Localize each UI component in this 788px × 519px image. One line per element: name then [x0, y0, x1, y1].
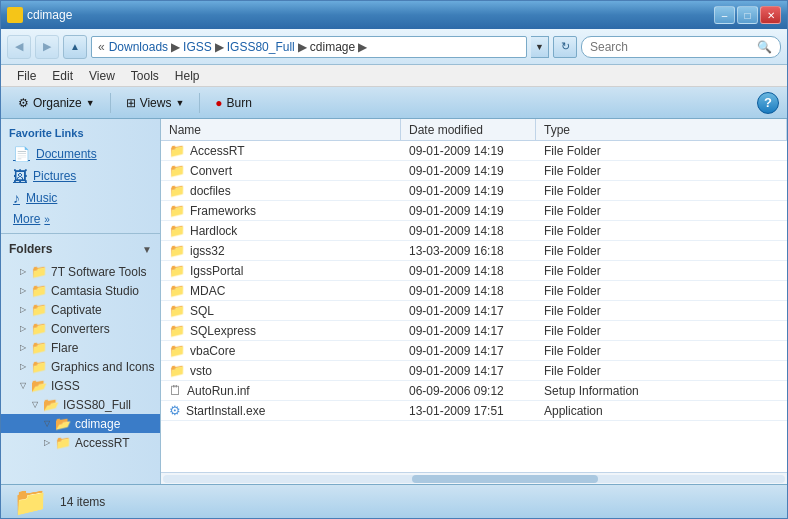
sidebar-link-pictures[interactable]: 🖼 Pictures	[1, 165, 160, 187]
table-row[interactable]: ⚙ StartInstall.exe 13-01-2009 17:51 Appl…	[161, 401, 787, 421]
menu-help[interactable]: Help	[167, 67, 208, 85]
tree-item-igss80full[interactable]: ▽ 📂 IGSS80_Full	[1, 395, 160, 414]
breadcrumb-igss80full[interactable]: IGSS80_Full	[227, 40, 295, 54]
search-icon: 🔍	[757, 40, 772, 54]
address-path[interactable]: « Downloads ▶ IGSS ▶ IGSS80_Full ▶ cdima…	[91, 36, 527, 58]
tree-item-converters[interactable]: ▷ 📁 Converters	[1, 319, 160, 338]
file-name: SQLexpress	[190, 324, 256, 338]
table-row[interactable]: 📁 SQLexpress 09-01-2009 14:17 File Folde…	[161, 321, 787, 341]
address-bar-area: ◀ ▶ ▲ « Downloads ▶ IGSS ▶ IGSS80_Full ▶…	[1, 29, 787, 65]
folder-icon: 📁	[169, 263, 185, 278]
table-row[interactable]: 📁 vsto 09-01-2009 14:17 File Folder	[161, 361, 787, 381]
file-type: File Folder	[536, 204, 787, 218]
breadcrumb-cdimage: cdimage	[310, 40, 355, 54]
file-date: 09-01-2009 14:17	[401, 364, 536, 378]
close-button[interactable]: ✕	[760, 6, 781, 24]
col-header-name[interactable]: Name	[161, 119, 401, 140]
refresh-button[interactable]: ↻	[553, 36, 577, 58]
status-folder-icon: 📁	[13, 488, 48, 516]
views-button[interactable]: ⊞ Views ▼	[117, 92, 194, 114]
table-row[interactable]: 🗒 AutoRun.inf 06-09-2006 09:12 Setup Inf…	[161, 381, 787, 401]
organize-button[interactable]: ⚙ Organize ▼	[9, 92, 104, 114]
file-type: File Folder	[536, 284, 787, 298]
tree-item-camtasia[interactable]: ▷ 📁 Camtasia Studio	[1, 281, 160, 300]
expand-icon[interactable]: ▽	[41, 418, 53, 430]
help-button[interactable]: ?	[757, 92, 779, 114]
col-header-type[interactable]: Type	[536, 119, 787, 140]
sidebar-link-music[interactable]: ♪ Music	[1, 187, 160, 209]
folder-icon: 📁	[169, 363, 185, 378]
expand-icon[interactable]: ▷	[17, 361, 29, 373]
table-row[interactable]: 📁 IgssPortal 09-01-2009 14:18 File Folde…	[161, 261, 787, 281]
folder-icon: 📁	[169, 283, 185, 298]
table-row[interactable]: 📁 docfiles 09-01-2009 14:19 File Folder	[161, 181, 787, 201]
file-list-scroll[interactable]: 📁 AccessRT 09-01-2009 14:19 File Folder …	[161, 141, 787, 472]
table-row[interactable]: 📁 Convert 09-01-2009 14:19 File Folder	[161, 161, 787, 181]
sidebar: Favorite Links 📄 Documents 🖼 Pictures ♪ …	[1, 119, 161, 484]
horizontal-scrollbar[interactable]	[161, 472, 787, 484]
expand-icon[interactable]: ▷	[17, 342, 29, 354]
expand-icon[interactable]: ▷	[41, 437, 53, 449]
menu-file[interactable]: File	[9, 67, 44, 85]
file-type: File Folder	[536, 264, 787, 278]
folders-collapse-icon[interactable]: ▼	[142, 244, 152, 255]
file-name: StartInstall.exe	[186, 404, 265, 418]
table-row[interactable]: 📁 MDAC 09-01-2009 14:18 File Folder	[161, 281, 787, 301]
tree-item-cdimage[interactable]: ▽ 📂 cdimage	[1, 414, 160, 433]
title-bar-icon	[7, 7, 23, 23]
expand-icon[interactable]: ▽	[29, 399, 41, 411]
file-list-header: Name Date modified Type	[161, 119, 787, 141]
table-row[interactable]: 📁 AccessRT 09-01-2009 14:19 File Folder	[161, 141, 787, 161]
tree-item-graphics-icons[interactable]: ▷ 📁 Graphics and Icons	[1, 357, 160, 376]
menu-edit[interactable]: Edit	[44, 67, 81, 85]
expand-icon[interactable]: ▽	[17, 380, 29, 392]
file-date: 13-01-2009 17:51	[401, 404, 536, 418]
table-row[interactable]: 📁 Hardlock 09-01-2009 14:18 File Folder	[161, 221, 787, 241]
file-type: File Folder	[536, 184, 787, 198]
expand-icon[interactable]: ▷	[17, 266, 29, 278]
expand-icon[interactable]: ▷	[17, 304, 29, 316]
breadcrumb-downloads[interactable]: Downloads	[109, 40, 168, 54]
file-name: docfiles	[190, 184, 231, 198]
tree-item-accessrt-sidebar[interactable]: ▷ 📁 AccessRT	[1, 433, 160, 452]
up-button[interactable]: ▲	[63, 35, 87, 59]
toolbar-separator-2	[199, 93, 200, 113]
more-link[interactable]: More »	[1, 209, 160, 229]
tree-item-captivate[interactable]: ▷ 📁 Captivate	[1, 300, 160, 319]
menu-tools[interactable]: Tools	[123, 67, 167, 85]
menu-view[interactable]: View	[81, 67, 123, 85]
file-name: AccessRT	[190, 144, 244, 158]
expand-icon[interactable]: ▷	[17, 285, 29, 297]
forward-button[interactable]: ▶	[35, 35, 59, 59]
folders-section[interactable]: Folders ▼	[1, 238, 160, 260]
table-row[interactable]: 📁 Frameworks 09-01-2009 14:19 File Folde…	[161, 201, 787, 221]
folder-icon: 📁	[31, 340, 47, 355]
folder-icon: 📁	[169, 163, 185, 178]
scrollbar-thumb[interactable]	[412, 475, 599, 483]
scrollbar-track	[163, 475, 785, 483]
folder-icon: 📂	[55, 416, 71, 431]
back-button[interactable]: ◀	[7, 35, 31, 59]
folder-icon: 📂	[31, 378, 47, 393]
breadcrumb-igss[interactable]: IGSS	[183, 40, 212, 54]
col-header-date[interactable]: Date modified	[401, 119, 536, 140]
table-row[interactable]: 📁 igss32 13-03-2009 16:18 File Folder	[161, 241, 787, 261]
tree-item-igss[interactable]: ▽ 📂 IGSS	[1, 376, 160, 395]
sidebar-link-documents[interactable]: 📄 Documents	[1, 143, 160, 165]
expand-icon[interactable]: ▷	[17, 323, 29, 335]
table-row[interactable]: 📁 vbaCore 09-01-2009 14:17 File Folder	[161, 341, 787, 361]
maximize-button[interactable]: □	[737, 6, 758, 24]
folder-icon: 📁	[55, 435, 71, 450]
tree-container[interactable]: ▷ 📁 7T Software Tools ▷ 📁 Camtasia Studi…	[1, 260, 160, 484]
burn-button[interactable]: ● Burn	[206, 92, 261, 114]
window-frame: cdimage – □ ✕ ◀ ▶ ▲ « Downloads ▶ IGSS ▶…	[0, 0, 788, 519]
table-row[interactable]: 📁 SQL 09-01-2009 14:17 File Folder	[161, 301, 787, 321]
address-dropdown-button[interactable]: ▼	[531, 36, 549, 58]
file-name: Frameworks	[190, 204, 256, 218]
tree-item-flare[interactable]: ▷ 📁 Flare	[1, 338, 160, 357]
folder-icon: 📁	[169, 303, 185, 318]
tree-item-7t-software-tools[interactable]: ▷ 📁 7T Software Tools	[1, 262, 160, 281]
minimize-button[interactable]: –	[714, 6, 735, 24]
search-input[interactable]	[590, 40, 753, 54]
file-date: 09-01-2009 14:19	[401, 164, 536, 178]
